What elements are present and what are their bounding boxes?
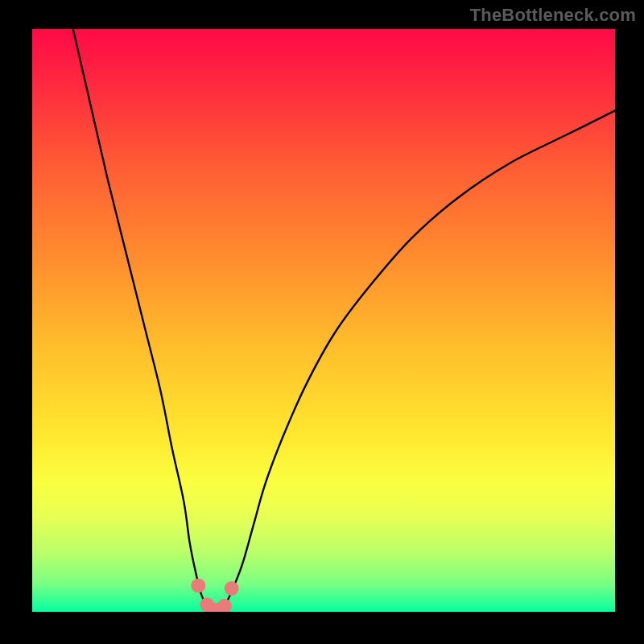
highlight-marker [217, 599, 232, 612]
curve-layer [32, 29, 615, 612]
highlight-markers [191, 578, 238, 612]
bottleneck-curve [73, 29, 615, 612]
plot-area [32, 29, 615, 612]
highlight-marker [225, 581, 239, 596]
watermark-label: TheBottleneck.com [470, 5, 636, 26]
highlight-marker [191, 578, 205, 592]
